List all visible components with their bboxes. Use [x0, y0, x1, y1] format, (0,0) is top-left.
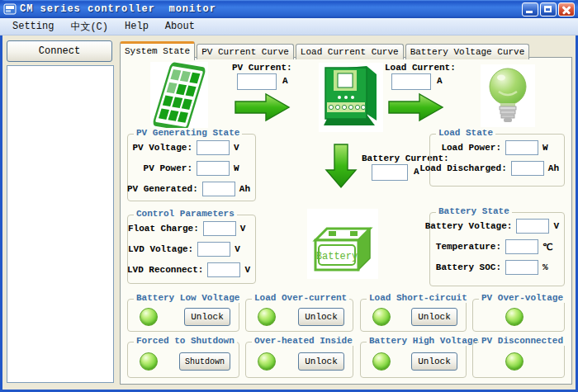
battery-high-voltage-unlock-button[interactable]: Unlock: [411, 352, 457, 371]
battery-state-title: Battery State: [436, 206, 512, 216]
pv-voltage-field[interactable]: [197, 140, 230, 155]
pv-current-field[interactable]: [237, 73, 277, 90]
load-discharged-field[interactable]: [511, 161, 544, 176]
pv-disconnected-alarm: PV Disconnected: [472, 342, 565, 378]
close-button[interactable]: [558, 2, 575, 17]
connect-button[interactable]: Connect: [7, 40, 112, 62]
battery-image: Battery: [307, 209, 378, 279]
menu-help[interactable]: Help: [117, 19, 156, 34]
battery-state-group: Battery State Battery Voltage:V Temperat…: [429, 212, 565, 286]
menu-about[interactable]: About: [158, 19, 202, 34]
battery-soc-field[interactable]: [505, 260, 538, 275]
battery-high-voltage-led-icon: [372, 352, 391, 371]
pv-current-label: PV Current:: [232, 63, 292, 73]
load-discharged-label: Load Discharged:: [419, 163, 507, 173]
pv-disconnected-title: PV Disconnected: [479, 336, 566, 346]
tab-strip: System State PV Current Curve Load Curre…: [120, 40, 531, 59]
lvd-reconnect-field[interactable]: [207, 262, 240, 277]
titlebar: CM series controller monitor: [0, 0, 578, 18]
battery-low-voltage-led-icon: [140, 308, 158, 326]
pv-disconnected-led-icon: [505, 352, 524, 371]
menu-bar: Setting 中文(C) Help About: [0, 18, 578, 35]
battery-soc-unit: %: [542, 262, 559, 272]
forced-to-shutdown-button[interactable]: Shutdown: [179, 352, 230, 371]
pv-generating-state-group: PV Generating State PV Voltage:V PV Powe…: [127, 134, 256, 201]
load-short-circuit-unlock-button[interactable]: Unlock: [411, 308, 457, 326]
pv-generated-field[interactable]: [202, 182, 235, 196]
battery-high-voltage-alarm: Battery High Voltage Unlock: [360, 342, 467, 378]
forced-to-shutdown-title: Forced to Shutdown: [134, 336, 237, 346]
solar-panel-image: [150, 62, 208, 131]
over-heated-inside-title: Over-heated Inside: [252, 336, 355, 346]
menu-setting[interactable]: Setting: [5, 19, 61, 34]
tab-system-state[interactable]: System State: [120, 41, 195, 60]
load-power-unit: W: [542, 143, 559, 153]
pv-current-unit: A: [282, 76, 288, 86]
device-listbox[interactable]: [7, 65, 114, 383]
maximize-button[interactable]: [540, 2, 557, 17]
app-icon: [3, 2, 17, 16]
lvd-voltage-unit: V: [235, 244, 250, 254]
battery-low-voltage-unlock-button[interactable]: Unlock: [184, 308, 230, 326]
load-over-current-unlock-button[interactable]: Unlock: [298, 308, 344, 326]
pv-voltage-label: PV Voltage:: [132, 143, 192, 153]
float-charge-label: Float Charge:: [128, 224, 199, 234]
controller-to-load-arrow-icon: [386, 92, 446, 123]
load-over-current-title: Load Over-current: [252, 293, 349, 303]
battery-voltage-field[interactable]: [516, 219, 549, 234]
pv-over-voltage-title: PV Over-voltage: [479, 293, 566, 303]
tab-pv-current-curve[interactable]: PV Current Curve: [197, 44, 294, 59]
pv-generating-state-title: PV Generating State: [134, 128, 242, 138]
load-over-current-alarm: Load Over-current Unlock: [245, 299, 353, 332]
battery-low-voltage-title: Battery Low Voltage: [134, 293, 242, 303]
lvd-reconnect-label: LVD Reconnect:: [127, 265, 203, 275]
load-discharged-unit: Ah: [548, 163, 559, 173]
load-current-field[interactable]: [391, 73, 431, 90]
load-power-label: Load Power:: [441, 143, 501, 153]
tab-battery-voltage-curve[interactable]: Battery Voltage Curve: [405, 44, 530, 59]
pv-generated-unit: Ah: [239, 184, 250, 194]
temperature-unit: ℃: [542, 242, 559, 253]
app-body: Connect System State PV Current Curve Lo…: [0, 35, 578, 390]
minimize-button[interactable]: [522, 2, 538, 17]
pv-power-field[interactable]: [197, 161, 230, 176]
temperature-label: Temperature:: [436, 242, 501, 252]
pv-voltage-unit: V: [234, 143, 250, 153]
load-state-title: Load State: [436, 128, 495, 138]
lvd-voltage-label: LVD Voltage:: [128, 244, 193, 254]
bulb-image: [481, 64, 535, 127]
tab-load-current-curve[interactable]: Load Current Curve: [296, 44, 404, 59]
battery-current-field[interactable]: [372, 164, 408, 181]
system-state-panel: PV Current: A: [120, 57, 572, 385]
pv-to-controller-arrow-icon: [233, 92, 292, 123]
battery-high-voltage-title: Battery High Voltage: [367, 336, 481, 346]
over-heated-inside-unlock-button[interactable]: Unlock: [298, 352, 344, 371]
battery-voltage-label: Battery Voltage:: [425, 221, 513, 231]
pv-power-unit: W: [234, 163, 250, 173]
controller-to-battery-arrow-icon: [324, 142, 358, 190]
temperature-field[interactable]: [505, 239, 538, 254]
pv-power-label: PV Power:: [144, 163, 192, 173]
forced-to-shutdown-alarm: Forced to Shutdown Shutdown: [127, 342, 239, 378]
battery-voltage-unit: V: [553, 221, 559, 231]
over-heated-inside-led-icon: [258, 352, 276, 371]
lvd-reconnect-unit: V: [244, 265, 250, 275]
menu-language[interactable]: 中文(C): [63, 18, 116, 35]
pv-generated-label: PV Generated:: [127, 184, 198, 194]
load-state-group: Load State Load Power:W Load Discharged:…: [429, 134, 565, 187]
battery-image-label: Battery: [316, 251, 358, 262]
load-current-unit: A: [437, 76, 443, 86]
load-over-current-led-icon: [258, 308, 276, 326]
forced-to-shutdown-led-icon: [140, 352, 158, 371]
control-parameters-title: Control Parameters: [134, 209, 237, 219]
window-title: CM series controller monitor: [20, 3, 520, 15]
float-charge-field[interactable]: [203, 221, 236, 236]
battery-soc-label: Battery SOC:: [436, 262, 501, 272]
pv-over-voltage-alarm: PV Over-voltage: [472, 299, 565, 332]
over-heated-inside-alarm: Over-heated Inside Unlock: [245, 342, 353, 378]
load-short-circuit-title: Load Short-circuit: [367, 293, 470, 303]
lvd-voltage-field[interactable]: [197, 242, 230, 257]
load-power-field[interactable]: [505, 140, 538, 155]
control-parameters-group: Control Parameters Float Charge:V LVD Vo…: [127, 215, 256, 284]
load-current-label: Load Current:: [385, 63, 456, 73]
